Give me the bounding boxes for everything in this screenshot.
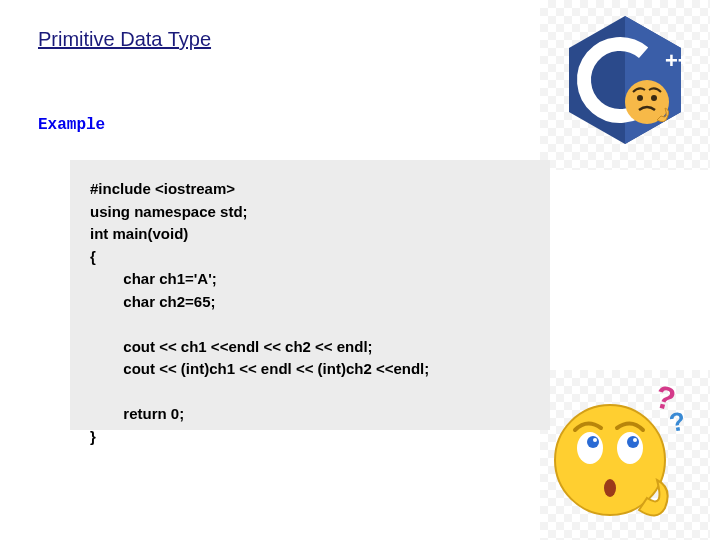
svg-point-12 <box>593 438 597 442</box>
svg-point-8 <box>577 432 603 464</box>
svg-point-9 <box>617 432 643 464</box>
svg-text:?: ? <box>667 406 688 438</box>
cpp-plus-text: ++ <box>665 48 691 73</box>
example-label: Example <box>38 116 105 134</box>
svg-point-11 <box>627 436 639 448</box>
svg-point-14 <box>604 479 616 497</box>
slide-title: Primitive Data Type <box>38 28 211 51</box>
question-mark-icon: ? ? <box>651 378 688 438</box>
thinking-emoji-icon: ? ? <box>535 370 695 530</box>
cpp-logo-icon: ++ <box>555 10 695 150</box>
svg-point-5 <box>651 95 657 101</box>
svg-marker-1 <box>625 16 681 144</box>
svg-point-10 <box>587 436 599 448</box>
code-sample: #include <iostream> using namespace std;… <box>70 160 550 430</box>
svg-point-4 <box>637 95 643 101</box>
svg-point-13 <box>633 438 637 442</box>
